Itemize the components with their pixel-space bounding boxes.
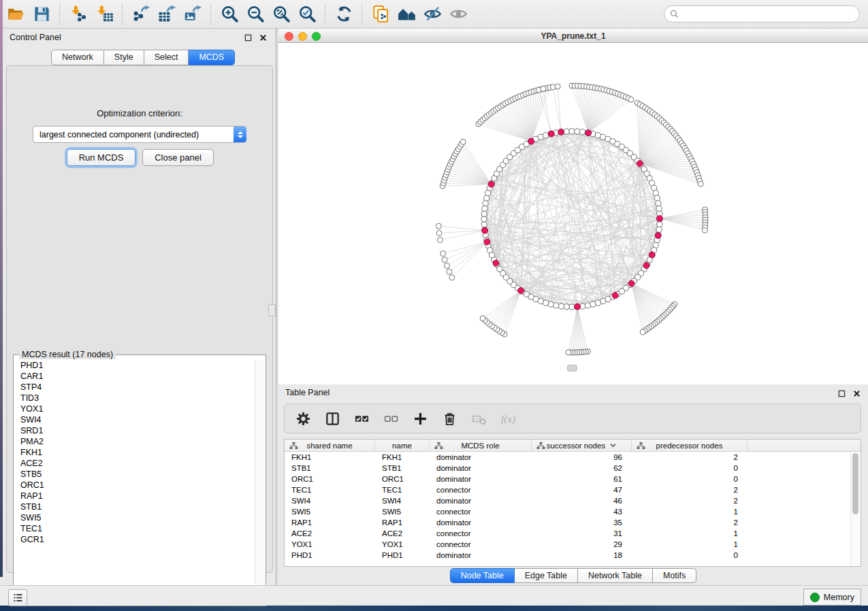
- tab-style[interactable]: Style: [104, 50, 144, 65]
- cell-MCDS-role: connector: [430, 539, 532, 550]
- search-box[interactable]: [664, 5, 860, 22]
- import-table-button[interactable]: [91, 3, 117, 26]
- table-row-RAP1[interactable]: RAP1RAP1dominator352: [285, 517, 861, 528]
- run-mcds-button[interactable]: Run MCDS: [67, 149, 135, 166]
- table-row-ACE2[interactable]: ACE2ACE2connector311: [285, 528, 861, 539]
- network-window-titlebar[interactable]: YPA_prune.txt_1: [278, 29, 868, 43]
- save-session-button[interactable]: [29, 3, 54, 26]
- table-row-FKH1[interactable]: FKH1FKH1dominator962: [285, 452, 861, 463]
- show-columns-button[interactable]: [323, 410, 341, 427]
- toggle-graphics-details-button[interactable]: [419, 3, 445, 26]
- mcds-result-item[interactable]: PHD1: [14, 360, 254, 371]
- network-graph[interactable]: [278, 43, 868, 384]
- mcds-result-item[interactable]: PMA2: [14, 436, 254, 447]
- zoom-in-button[interactable]: [216, 3, 242, 26]
- mcds-result-item[interactable]: RAP1: [14, 491, 254, 501]
- close-panel-icon[interactable]: [258, 33, 268, 42]
- table-row-YOX1[interactable]: YOX1YOX1connector291: [285, 539, 861, 550]
- task-history-button[interactable]: [8, 589, 27, 606]
- add-column-button[interactable]: [411, 410, 429, 427]
- export-network-button[interactable]: [128, 3, 154, 26]
- float-window-icon[interactable]: [243, 33, 253, 42]
- vertical-splitter-grip[interactable]: [268, 304, 276, 316]
- gear-icon: [295, 411, 311, 427]
- tab-network[interactable]: Network: [51, 50, 104, 65]
- table-row-SWI5[interactable]: SWI5SWI5connector431: [285, 506, 861, 517]
- export-table-button[interactable]: [154, 3, 180, 26]
- tab-select[interactable]: Select: [144, 50, 189, 65]
- optimization-criterion-select[interactable]: largest connected component (undirected): [33, 126, 246, 143]
- zoom-out-button[interactable]: [242, 3, 268, 26]
- mcds-result-item[interactable]: TID3: [14, 393, 254, 403]
- zoom-selected-button[interactable]: [294, 3, 320, 26]
- mcds-result-item[interactable]: CAR1: [14, 371, 254, 382]
- tab-motifs[interactable]: Motifs: [653, 568, 696, 583]
- table-row-ORC1[interactable]: ORC1ORC1dominator610: [285, 474, 861, 484]
- zoom-fit-button[interactable]: [268, 3, 294, 26]
- table-scrollbar[interactable]: [850, 452, 860, 565]
- column-header-name[interactable]: name: [375, 440, 430, 451]
- mcds-result-list[interactable]: PHD1CAR1STP4TID3YOX1SWI4SRD1PMA2FKH1ACE2…: [14, 360, 254, 605]
- network-graph-canvas[interactable]: [278, 43, 868, 384]
- tab-mcds[interactable]: MCDS: [189, 50, 235, 65]
- column-header-shared-name[interactable]: shared name: [285, 440, 375, 451]
- memory-button[interactable]: Memory: [803, 589, 861, 606]
- zoom-in-icon: [221, 5, 239, 23]
- table-settings-button[interactable]: [294, 410, 312, 427]
- table-row-PHD1[interactable]: PHD1PHD1dominator180: [285, 550, 861, 561]
- tab-network-table[interactable]: Network Table: [578, 568, 653, 583]
- column-label: shared name: [306, 442, 352, 450]
- cell-name: ORC1: [375, 474, 430, 484]
- mcds-result-item[interactable]: YOX1: [14, 403, 254, 414]
- table-row-STB1[interactable]: STB1STB1dominator620: [285, 463, 861, 474]
- mcds-result-item[interactable]: ORC1: [14, 480, 254, 491]
- mcds-result-item[interactable]: STB1: [14, 501, 254, 512]
- mcds-result-item[interactable]: STB5: [14, 469, 254, 480]
- mcds-result-scrollbar[interactable]: [255, 360, 265, 605]
- toggle-bird-view-button[interactable]: [445, 3, 471, 26]
- network-node-selected: [612, 293, 618, 299]
- column-header-successor-nodes[interactable]: successor nodes: [532, 440, 632, 451]
- network-node-selected: [575, 303, 581, 310]
- new-network-from-file-button[interactable]: [368, 3, 393, 26]
- mcds-result-item[interactable]: STP4: [14, 382, 254, 393]
- select-all-rows-button[interactable]: [353, 410, 370, 427]
- network-node-selected: [528, 138, 534, 144]
- table-scrollbar-thumb[interactable]: [852, 453, 858, 514]
- cell-shared-name: ORC1: [285, 474, 375, 484]
- control-panel-header: Control Panel: [3, 29, 276, 46]
- delete-column-button[interactable]: [440, 410, 458, 427]
- table-panel-title: Table Panel: [285, 388, 329, 397]
- cell-MCDS-role: dominator: [430, 517, 532, 528]
- network-node-selected: [518, 288, 524, 294]
- tab-edge-table[interactable]: Edge Table: [515, 568, 578, 583]
- mcds-result-item[interactable]: FKH1: [14, 447, 254, 458]
- network-view-window: YPA_prune.txt_1: [278, 29, 868, 384]
- column-header-MCDS-role[interactable]: MCDS role: [430, 440, 532, 451]
- mcds-result-item[interactable]: TEC1: [14, 523, 254, 534]
- mcds-result-item[interactable]: GCR1: [14, 534, 254, 545]
- close-panel-icon[interactable]: [852, 389, 861, 398]
- hierarchy-icon: [289, 442, 298, 450]
- refresh-layout-button[interactable]: [331, 3, 357, 26]
- table-row-SWI4[interactable]: SWI4SWI4dominator462: [285, 495, 861, 506]
- float-window-icon[interactable]: [837, 389, 846, 398]
- close-panel-button[interactable]: Close panel: [142, 149, 214, 166]
- cell-shared-name: RAP1: [285, 517, 375, 528]
- mcds-result-item[interactable]: SWI5: [14, 512, 254, 523]
- show-all-networks-button[interactable]: [393, 3, 419, 26]
- mcds-result-item[interactable]: SWI4: [14, 414, 254, 425]
- search-input[interactable]: [682, 7, 859, 21]
- table-row-TEC1[interactable]: TEC1TEC1connector472: [285, 484, 861, 495]
- cell-MCDS-role: connector: [430, 528, 532, 539]
- mcds-result-item[interactable]: SRD1: [14, 425, 254, 436]
- tab-node-table[interactable]: Node Table: [450, 568, 515, 583]
- export-image-button[interactable]: [180, 3, 206, 26]
- mcds-result-item[interactable]: ACE2: [14, 458, 254, 469]
- open-file-button[interactable]: [3, 3, 29, 26]
- unselect-all-rows-button[interactable]: [382, 410, 400, 427]
- import-network-button[interactable]: [65, 3, 91, 26]
- column-header-predecessor-nodes[interactable]: predecessor nodes: [632, 440, 748, 451]
- horizontal-splitter-grip[interactable]: [567, 365, 577, 371]
- control-panel-title: Control Panel: [10, 33, 61, 42]
